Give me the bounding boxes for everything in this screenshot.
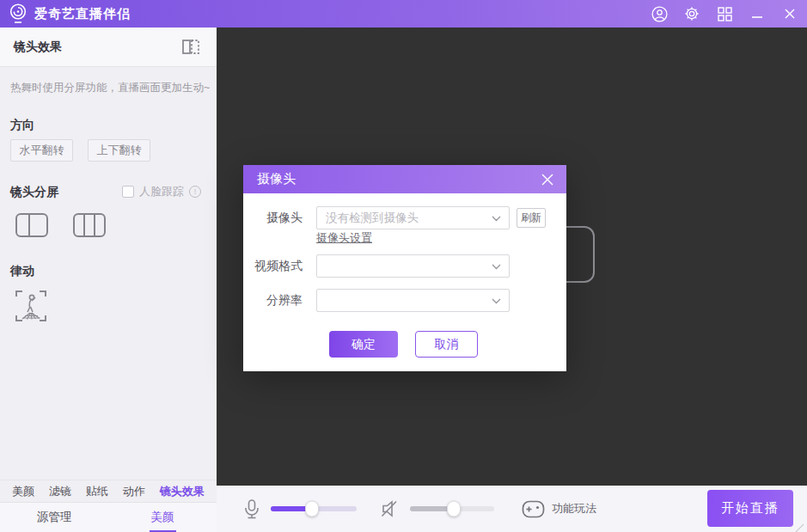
chevron-down-icon [492,216,501,222]
video-format-select[interactable] [316,254,510,278]
tab-filter[interactable]: 滤镜 [49,484,71,499]
dialog-close-icon[interactable] [541,173,554,187]
speaker-slider-handle[interactable] [447,501,461,517]
app-title: 爱奇艺直播伴侣 [34,6,131,22]
camera-settings-link[interactable]: 摄像头设置 [316,230,372,246]
tab-sticker[interactable]: 贴纸 [86,484,108,499]
camera-field-label: 摄像头 [243,206,303,229]
cancel-button[interactable]: 取消 [415,331,478,358]
info-icon[interactable]: ! [189,186,201,198]
tab-source-management[interactable]: 源管理 [0,503,108,532]
flip-horizontal-button[interactable]: 水平翻转 [10,139,73,162]
camera-select-value: 没有检测到摄像头 [326,211,419,226]
camera-dialog: 摄像头 摄像头 没有检测到摄像头 刷新 摄像头设置 视频格式 分辨率 确定 取消 [243,165,566,371]
flip-preview-icon[interactable] [180,38,201,57]
speaker-muted-icon[interactable] [380,499,400,518]
tab-motion[interactable]: 动作 [123,484,145,499]
app-window: 爱奇艺直播伴侣 [0,0,807,532]
tab-camera-effect[interactable]: 镜头效果 [160,484,205,499]
split-screen-hint: 热舞时使用分屏功能，直播画面更加生动~ [10,81,212,95]
resolution-label: 分辨率 [243,289,303,312]
tab-beauty[interactable]: 美颜 [12,484,34,499]
minimize-icon[interactable] [749,5,766,22]
resize-grip[interactable] [796,524,804,532]
mic-volume-slider[interactable] [271,506,357,511]
sidebar-main-tabs: 源管理 美颜 [0,502,217,532]
tab-beauty-main[interactable]: 美颜 [108,503,217,532]
layout-grid-icon[interactable] [716,5,733,22]
profile-icon[interactable] [651,5,668,22]
sidebar: 镜头效果 热舞时使用分屏功能，直播画面更加生动~ 方向 水平翻转 上下翻转 镜头… [0,28,217,532]
iqiyi-logo-icon [9,3,28,25]
effect-sub-tabs: 美颜 滤镜 贴纸 动作 镜头效果 [0,480,217,502]
gamepad-icon [522,500,545,518]
bottom-toolbar: 功能玩法 开始直播 [217,486,807,532]
panel-title: 镜头效果 [14,40,62,55]
refresh-button[interactable]: 刷新 [517,208,546,228]
rhythm-label: 律动 [10,264,34,279]
camera-split-label: 镜头分屏 [10,185,58,200]
features-button[interactable]: 功能玩法 [522,486,596,532]
titlebar: 爱奇艺直播伴侣 [0,0,807,28]
resolution-select[interactable] [316,289,510,312]
features-label: 功能玩法 [552,501,596,517]
face-tracking-checkbox[interactable] [122,186,134,198]
confirm-button[interactable]: 确定 [329,331,398,358]
split-two-pane-button[interactable] [15,213,48,237]
close-icon[interactable] [781,5,798,22]
chevron-down-icon [492,298,501,304]
split-three-pane-button[interactable] [73,213,106,237]
rhythm-dance-effect-button[interactable] [14,288,48,324]
microphone-icon[interactable] [242,498,261,520]
camera-dialog-title: 摄像头 [257,171,296,187]
camera-dialog-header: 摄像头 [243,165,566,193]
panel-header: 镜头效果 [0,28,217,67]
speaker-volume-slider[interactable] [410,506,494,511]
face-tracking-label[interactable]: 人脸跟踪 [139,184,184,199]
settings-gear-icon[interactable] [683,5,700,22]
video-format-label: 视频格式 [243,254,303,278]
flip-vertical-button[interactable]: 上下翻转 [88,139,150,162]
direction-label: 方向 [10,118,34,133]
start-streaming-button[interactable]: 开始直播 [707,490,793,527]
mic-slider-handle[interactable] [305,501,319,517]
camera-select[interactable]: 没有检测到摄像头 [316,206,510,229]
chevron-down-icon [492,264,501,270]
